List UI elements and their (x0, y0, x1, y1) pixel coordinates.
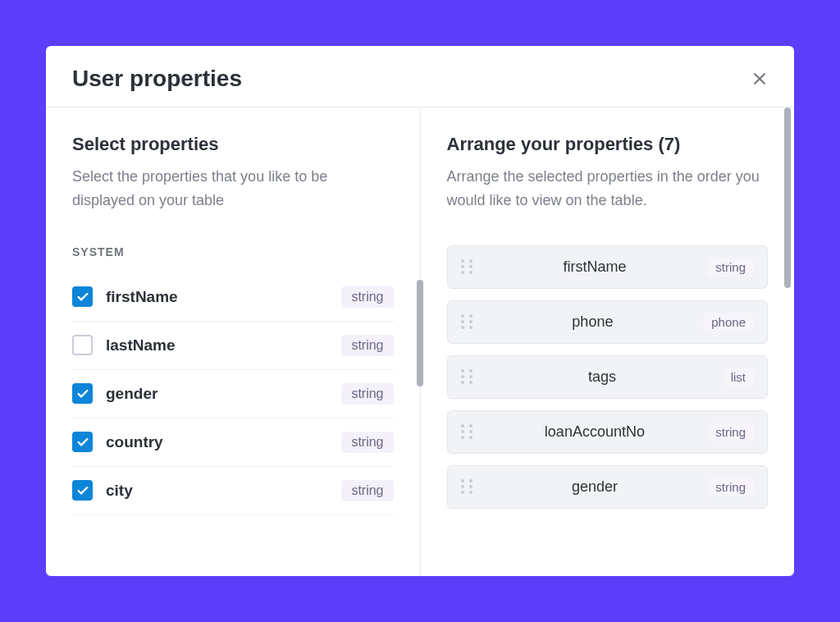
property-name: firstName (106, 288, 341, 306)
drag-handle-icon[interactable] (461, 369, 476, 384)
arrange-item-type: phone (703, 313, 754, 332)
select-heading: Select properties (72, 134, 394, 155)
checkbox-city[interactable] (72, 480, 93, 501)
property-row: country string (72, 418, 394, 467)
drag-handle-icon[interactable] (461, 259, 476, 274)
property-list: firstName string lastName string gender … (72, 273, 394, 515)
arrange-item-name: loanAccountNo (482, 423, 708, 441)
arrange-properties-panel: Arrange your properties (7) Arrange the … (421, 107, 795, 576)
section-label-system: SYSTEM (72, 245, 394, 258)
arrange-item-name: phone (482, 313, 704, 331)
property-row: lastName string (72, 322, 394, 370)
user-properties-modal: User properties Select properties Select… (46, 46, 794, 576)
arrange-list: firstName string phone phone tags list l… (447, 245, 769, 509)
arrange-item-type: string (707, 423, 754, 441)
arrange-item[interactable]: phone phone (447, 300, 769, 344)
type-badge: string (341, 286, 393, 308)
drag-handle-icon[interactable] (461, 314, 476, 329)
arrange-item[interactable]: loanAccountNo string (447, 410, 769, 454)
property-row: city string (72, 467, 394, 515)
checkbox-lastname[interactable] (72, 335, 93, 355)
checkbox-country[interactable] (72, 432, 93, 452)
select-subtext: Select the properties that you like to b… (72, 165, 394, 213)
property-name: city (106, 482, 341, 500)
property-row: gender string (72, 370, 394, 418)
arrange-item[interactable]: gender string (447, 465, 769, 509)
select-properties-panel: Select properties Select the properties … (46, 107, 421, 576)
checkbox-firstname[interactable] (72, 286, 93, 307)
property-name: lastName (106, 336, 341, 354)
type-badge: string (341, 480, 393, 501)
arrange-item[interactable]: tags list (447, 355, 769, 399)
type-badge: string (341, 383, 393, 405)
modal-header: User properties (46, 46, 794, 107)
arrange-item-name: tags (482, 368, 723, 386)
close-icon[interactable] (751, 71, 768, 87)
arrange-item-name: gender (482, 478, 708, 496)
arrange-subtext: Arrange the selected properties in the o… (447, 165, 769, 213)
type-badge: string (341, 432, 393, 453)
modal-title: User properties (72, 66, 242, 92)
drag-handle-icon[interactable] (461, 479, 476, 494)
arrange-heading: Arrange your properties (7) (447, 134, 769, 155)
arrange-item-type: string (707, 478, 754, 496)
right-scrollbar[interactable] (784, 107, 791, 288)
type-badge: string (341, 335, 393, 356)
checkbox-gender[interactable] (72, 383, 93, 404)
arrange-item[interactable]: firstName string (447, 245, 769, 289)
arrange-item-name: firstName (482, 258, 708, 276)
arrange-item-type: list (723, 368, 754, 386)
arrange-item-type: string (707, 258, 754, 277)
property-row: firstName string (72, 273, 394, 322)
property-name: country (106, 433, 341, 451)
drag-handle-icon[interactable] (461, 424, 476, 439)
property-name: gender (106, 385, 341, 403)
modal-body: Select properties Select the properties … (46, 107, 794, 576)
